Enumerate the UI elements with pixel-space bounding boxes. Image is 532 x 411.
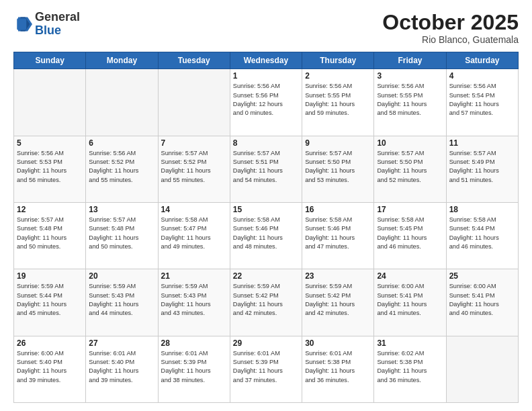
calendar-cell: 19Sunrise: 5:59 AM Sunset: 5:44 PM Dayli… [14,269,86,336]
calendar-cell: 3Sunrise: 5:56 AM Sunset: 5:55 PM Daylig… [374,69,446,136]
day-info: Sunrise: 6:01 AM Sunset: 5:38 PM Dayligh… [305,349,371,385]
calendar-cell: 8Sunrise: 5:57 AM Sunset: 5:51 PM Daylig… [230,136,302,202]
day-info: Sunrise: 5:57 AM Sunset: 5:50 PM Dayligh… [305,149,371,185]
day-info: Sunrise: 5:57 AM Sunset: 5:48 PM Dayligh… [17,216,83,251]
calendar-cell: 6Sunrise: 5:56 AM Sunset: 5:52 PM Daylig… [86,136,158,202]
calendar-cell: 24Sunrise: 6:00 AM Sunset: 5:41 PM Dayli… [374,269,446,336]
day-number: 16 [305,205,371,214]
calendar-cell: 31Sunrise: 6:02 AM Sunset: 5:38 PM Dayli… [374,336,446,402]
day-number: 25 [449,271,515,281]
day-number: 14 [161,205,227,214]
day-info: Sunrise: 5:56 AM Sunset: 5:56 PM Dayligh… [233,82,299,118]
day-number: 11 [449,138,515,148]
calendar-cell: 14Sunrise: 5:58 AM Sunset: 5:47 PM Dayli… [158,202,230,269]
calendar-cell: 2Sunrise: 5:56 AM Sunset: 5:55 PM Daylig… [302,69,374,136]
calendar-week-0: 1Sunrise: 5:56 AM Sunset: 5:56 PM Daylig… [14,69,519,136]
day-number: 5 [17,138,83,148]
day-info: Sunrise: 5:59 AM Sunset: 5:42 PM Dayligh… [233,282,299,318]
day-info: Sunrise: 5:58 AM Sunset: 5:44 PM Dayligh… [449,216,515,251]
svg-rect-2 [17,18,26,30]
day-number: 28 [161,338,227,348]
calendar-table: SundayMondayTuesdayWednesdayThursdayFrid… [13,52,519,403]
calendar-cell: 7Sunrise: 5:57 AM Sunset: 5:52 PM Daylig… [158,136,230,202]
day-header-monday: Monday [86,52,158,69]
calendar-cell: 16Sunrise: 5:58 AM Sunset: 5:46 PM Dayli… [302,202,374,269]
day-header-tuesday: Tuesday [158,52,230,69]
day-info: Sunrise: 6:01 AM Sunset: 5:39 PM Dayligh… [161,349,227,385]
day-info: Sunrise: 5:56 AM Sunset: 5:54 PM Dayligh… [449,82,515,118]
day-number: 19 [17,271,83,281]
day-number: 4 [449,71,515,81]
day-info: Sunrise: 5:59 AM Sunset: 5:43 PM Dayligh… [89,282,154,318]
calendar-cell: 25Sunrise: 6:00 AM Sunset: 5:41 PM Dayli… [446,269,518,336]
day-number: 30 [305,338,371,348]
day-number: 21 [161,271,227,281]
calendar-cell: 29Sunrise: 6:01 AM Sunset: 5:39 PM Dayli… [230,336,302,402]
day-info: Sunrise: 5:57 AM Sunset: 5:51 PM Dayligh… [233,149,299,185]
day-info: Sunrise: 5:58 AM Sunset: 5:46 PM Dayligh… [305,216,371,251]
logo-general-text: General [35,10,80,24]
day-number: 23 [305,271,371,281]
logo-icon [13,15,32,34]
day-info: Sunrise: 5:56 AM Sunset: 5:55 PM Dayligh… [305,82,371,118]
header: General Blue October 2025 Rio Blanco, Gu… [13,11,519,45]
calendar-cell [86,69,158,136]
day-number: 17 [377,205,443,214]
day-number: 2 [305,71,371,81]
day-info: Sunrise: 6:00 AM Sunset: 5:40 PM Dayligh… [17,349,83,385]
calendar-cell: 23Sunrise: 5:59 AM Sunset: 5:42 PM Dayli… [302,269,374,336]
calendar-week-4: 26Sunrise: 6:00 AM Sunset: 5:40 PM Dayli… [14,336,519,402]
calendar-cell: 1Sunrise: 5:56 AM Sunset: 5:56 PM Daylig… [230,69,302,136]
day-number: 24 [377,271,443,281]
day-info: Sunrise: 6:01 AM Sunset: 5:39 PM Dayligh… [233,349,299,385]
calendar-cell: 17Sunrise: 5:58 AM Sunset: 5:45 PM Dayli… [374,202,446,269]
calendar-cell: 4Sunrise: 5:56 AM Sunset: 5:54 PM Daylig… [446,69,518,136]
day-info: Sunrise: 5:56 AM Sunset: 5:55 PM Dayligh… [377,82,443,118]
calendar-cell: 12Sunrise: 5:57 AM Sunset: 5:48 PM Dayli… [14,202,86,269]
day-info: Sunrise: 6:00 AM Sunset: 5:41 PM Dayligh… [449,282,515,318]
day-number: 26 [17,338,83,348]
day-info: Sunrise: 6:01 AM Sunset: 5:40 PM Dayligh… [89,349,154,385]
calendar-cell: 20Sunrise: 5:59 AM Sunset: 5:43 PM Dayli… [86,269,158,336]
day-info: Sunrise: 6:00 AM Sunset: 5:41 PM Dayligh… [377,282,443,318]
day-number: 12 [17,205,83,214]
month-title: October 2025 [382,11,519,34]
calendar-cell: 22Sunrise: 5:59 AM Sunset: 5:42 PM Dayli… [230,269,302,336]
calendar-cell [158,69,230,136]
calendar-cell [14,69,86,136]
calendar-cell: 15Sunrise: 5:58 AM Sunset: 5:46 PM Dayli… [230,202,302,269]
day-number: 27 [89,338,154,348]
day-header-wednesday: Wednesday [230,52,302,69]
calendar-cell: 21Sunrise: 5:59 AM Sunset: 5:43 PM Dayli… [158,269,230,336]
title-block: October 2025 Rio Blanco, Guatemala [382,11,519,45]
day-info: Sunrise: 5:56 AM Sunset: 5:52 PM Dayligh… [89,149,154,185]
day-info: Sunrise: 5:59 AM Sunset: 5:44 PM Dayligh… [17,282,83,318]
day-number: 20 [89,271,154,281]
calendar-cell: 5Sunrise: 5:56 AM Sunset: 5:53 PM Daylig… [14,136,86,202]
day-number: 10 [377,138,443,148]
day-info: Sunrise: 5:58 AM Sunset: 5:46 PM Dayligh… [233,216,299,251]
day-header-saturday: Saturday [446,52,518,69]
day-info: Sunrise: 5:59 AM Sunset: 5:43 PM Dayligh… [161,282,227,318]
day-info: Sunrise: 5:57 AM Sunset: 5:48 PM Dayligh… [89,216,154,251]
calendar-cell: 10Sunrise: 5:57 AM Sunset: 5:50 PM Dayli… [374,136,446,202]
day-number: 3 [377,71,443,81]
calendar-cell: 26Sunrise: 6:00 AM Sunset: 5:40 PM Dayli… [14,336,86,402]
calendar-cell: 27Sunrise: 6:01 AM Sunset: 5:40 PM Dayli… [86,336,158,402]
calendar-cell [446,336,518,402]
day-number: 29 [233,338,299,348]
day-header-sunday: Sunday [14,52,86,69]
day-info: Sunrise: 6:02 AM Sunset: 5:38 PM Dayligh… [377,349,443,385]
day-number: 31 [377,338,443,348]
calendar-cell: 11Sunrise: 5:57 AM Sunset: 5:49 PM Dayli… [446,136,518,202]
day-info: Sunrise: 5:59 AM Sunset: 5:42 PM Dayligh… [305,282,371,318]
calendar-week-1: 5Sunrise: 5:56 AM Sunset: 5:53 PM Daylig… [14,136,519,202]
day-number: 9 [305,138,371,148]
day-number: 18 [449,205,515,214]
day-info: Sunrise: 5:56 AM Sunset: 5:53 PM Dayligh… [17,149,83,185]
day-header-thursday: Thursday [302,52,374,69]
day-number: 7 [161,138,227,148]
calendar-cell: 9Sunrise: 5:57 AM Sunset: 5:50 PM Daylig… [302,136,374,202]
day-number: 6 [89,138,154,148]
day-info: Sunrise: 5:57 AM Sunset: 5:52 PM Dayligh… [161,149,227,185]
